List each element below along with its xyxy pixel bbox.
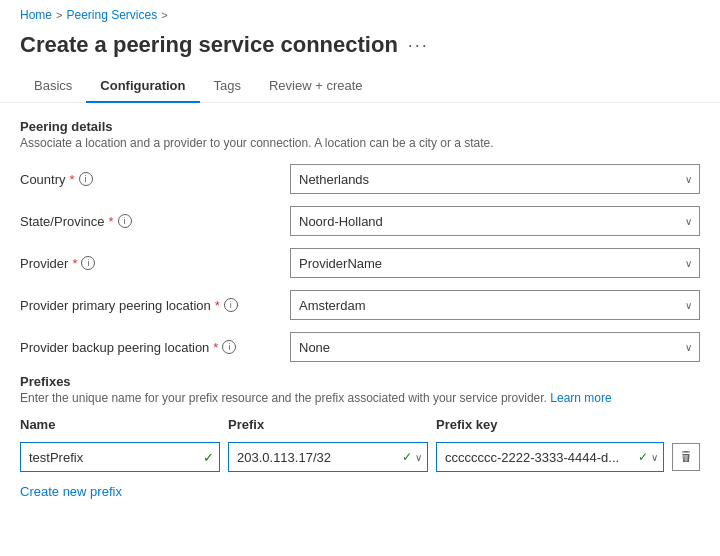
key-icons: ✓ ∨ <box>638 450 658 464</box>
key-chevron-icon: ∨ <box>651 452 658 463</box>
prefixes-title: Prefixes <box>20 374 700 389</box>
primary-location-label: Provider primary peering location * i <box>20 298 290 313</box>
name-input-wrapper: ✓ <box>20 442 220 472</box>
backup-info-icon[interactable]: i <box>222 340 236 354</box>
delete-prefix-button[interactable] <box>672 443 700 471</box>
backup-location-label: Provider backup peering location * i <box>20 340 290 355</box>
col-header-key: Prefix key <box>436 417 700 432</box>
country-required: * <box>70 172 75 187</box>
peering-details-title: Peering details <box>20 119 700 134</box>
primary-location-row: Provider primary peering location * i Am… <box>20 290 700 320</box>
breadcrumb-home[interactable]: Home <box>20 8 52 22</box>
delete-icon <box>679 450 693 464</box>
page-title: Create a peering service connection <box>20 32 398 58</box>
breadcrumb-sep1: > <box>56 9 62 21</box>
backup-required: * <box>213 340 218 355</box>
state-required: * <box>109 214 114 229</box>
tab-review-create[interactable]: Review + create <box>255 70 377 103</box>
country-dropdown-wrapper: Netherlands ∨ <box>290 164 700 194</box>
tab-configuration[interactable]: Configuration <box>86 70 199 103</box>
provider-dropdown[interactable]: ProviderName <box>290 248 700 278</box>
state-label: State/Province * i <box>20 214 290 229</box>
country-info-icon[interactable]: i <box>79 172 93 186</box>
provider-row: Provider * i ProviderName ∨ <box>20 248 700 278</box>
provider-dropdown-wrapper: ProviderName ∨ <box>290 248 700 278</box>
create-new-prefix-link[interactable]: Create new prefix <box>20 484 122 499</box>
primary-required: * <box>215 298 220 313</box>
state-dropdown-wrapper: Noord-Holland ∨ <box>290 206 700 236</box>
tab-tags[interactable]: Tags <box>200 70 255 103</box>
state-dropdown[interactable]: Noord-Holland <box>290 206 700 236</box>
breadcrumb: Home > Peering Services > <box>0 0 720 26</box>
breadcrumb-peering-services[interactable]: Peering Services <box>66 8 157 22</box>
prefix-name-input[interactable] <box>20 442 220 472</box>
country-label: Country * i <box>20 172 290 187</box>
country-row: Country * i Netherlands ∨ <box>20 164 700 194</box>
country-dropdown[interactable]: Netherlands <box>290 164 700 194</box>
primary-location-dropdown[interactable]: Amsterdam <box>290 290 700 320</box>
primary-location-dropdown-wrapper: Amsterdam ∨ <box>290 290 700 320</box>
main-content: Peering details Associate a location and… <box>0 103 720 515</box>
breadcrumb-sep2: > <box>161 9 167 21</box>
backup-location-row: Provider backup peering location * i Non… <box>20 332 700 362</box>
prefixes-section: Prefixes Enter the unique name for your … <box>20 374 700 499</box>
prefix-col-wrapper: 203.0.113.17/32 ✓ ∨ <box>228 442 428 472</box>
col-header-name: Name <box>20 417 220 432</box>
prefix-key-input[interactable] <box>436 442 664 472</box>
learn-more-link[interactable]: Learn more <box>550 391 611 405</box>
provider-info-icon[interactable]: i <box>81 256 95 270</box>
tab-basics[interactable]: Basics <box>20 70 86 103</box>
backup-location-dropdown[interactable]: None <box>290 332 700 362</box>
ellipsis-icon[interactable]: ··· <box>408 35 429 56</box>
prefix-dropdown[interactable]: 203.0.113.17/32 <box>228 442 428 472</box>
table-row: ✓ 203.0.113.17/32 ✓ ∨ ✓ ∨ <box>20 442 700 472</box>
prefixes-desc: Enter the unique name for your prefix re… <box>20 391 700 405</box>
key-check-icon: ✓ <box>638 450 648 464</box>
state-row: State/Province * i Noord-Holland ∨ <box>20 206 700 236</box>
backup-location-dropdown-wrapper: None ∨ <box>290 332 700 362</box>
col-header-prefix: Prefix <box>228 417 428 432</box>
tab-bar: Basics Configuration Tags Review + creat… <box>0 70 720 103</box>
state-info-icon[interactable]: i <box>118 214 132 228</box>
key-col-wrapper: ✓ ∨ <box>436 442 664 472</box>
provider-required: * <box>72 256 77 271</box>
peering-details-desc: Associate a location and a provider to y… <box>20 136 700 150</box>
page-header: Create a peering service connection ··· <box>0 26 720 70</box>
provider-label: Provider * i <box>20 256 290 271</box>
prefix-table-header: Name Prefix Prefix key <box>20 417 700 436</box>
primary-info-icon[interactable]: i <box>224 298 238 312</box>
name-check-icon: ✓ <box>203 450 214 465</box>
